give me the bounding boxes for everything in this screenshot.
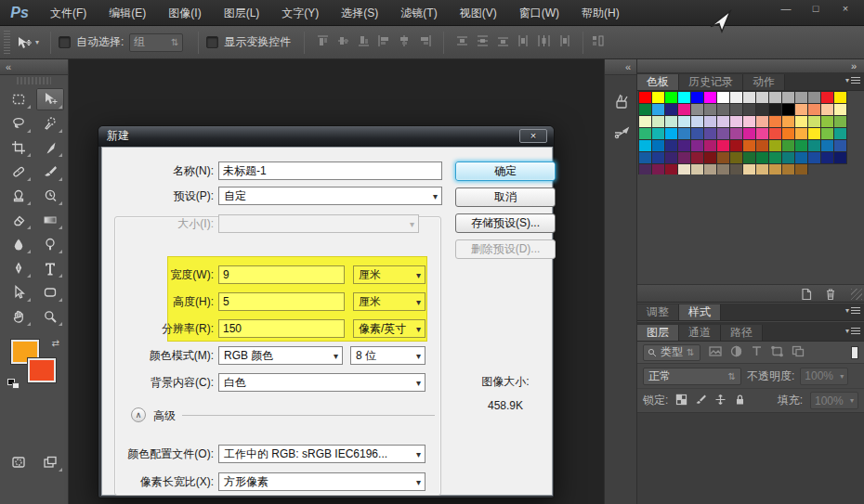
tab-色板[interactable]: 色板: [637, 74, 679, 90]
color-swatch[interactable]: [782, 92, 794, 103]
lock-transparency-icon[interactable]: [675, 394, 687, 408]
color-swatch[interactable]: [730, 92, 742, 103]
color-swatch[interactable]: [834, 128, 846, 139]
color-swatch[interactable]: [665, 92, 677, 103]
name-input[interactable]: [218, 162, 442, 180]
menu-item[interactable]: 帮助(H): [570, 0, 631, 26]
color-swatch[interactable]: [821, 104, 833, 115]
color-swatch[interactable]: [808, 152, 820, 163]
tools-panel-grip[interactable]: [17, 77, 51, 84]
color-swatch[interactable]: [821, 116, 833, 127]
color-swatch[interactable]: [834, 152, 846, 163]
color-swatch[interactable]: [795, 140, 807, 151]
menu-item[interactable]: 文件(F): [39, 0, 98, 26]
color-swatch[interactable]: [795, 152, 807, 163]
spot-healing-brush-tool[interactable]: [5, 161, 33, 183]
color-swatch[interactable]: [717, 140, 729, 151]
fill-dropdown[interactable]: 100% ▾: [810, 392, 858, 409]
align-horizontal-centers-icon[interactable]: [398, 34, 412, 50]
dock-expand-button[interactable]: «: [605, 59, 636, 75]
brush-presets-panel-icon[interactable]: [605, 86, 638, 118]
color-swatch[interactable]: [678, 152, 690, 163]
auto-select-dropdown[interactable]: 组 ⇅: [129, 33, 183, 52]
auto-align-layers-icon[interactable]: [591, 34, 606, 50]
color-swatch[interactable]: [808, 128, 820, 139]
color-swatch[interactable]: [808, 116, 820, 127]
align-right-edges-icon[interactable]: [418, 34, 432, 50]
panel-menu-icon[interactable]: ▾: [845, 327, 860, 335]
tab-图层[interactable]: 图层: [637, 325, 679, 341]
dodge-tool[interactable]: [36, 233, 64, 255]
menu-item[interactable]: 选择(S): [330, 0, 389, 26]
color-swatch[interactable]: [769, 140, 781, 151]
type-tool[interactable]: [36, 257, 64, 279]
color-swatch[interactable]: [743, 152, 755, 163]
ok-button[interactable]: 确定: [455, 162, 556, 181]
resolution-input[interactable]: [218, 319, 345, 338]
color-swatch[interactable]: [743, 140, 755, 151]
height-input[interactable]: [218, 292, 345, 311]
color-swatch[interactable]: [834, 140, 846, 151]
color-swatch[interactable]: [652, 140, 664, 151]
color-swatch[interactable]: [691, 116, 703, 127]
background-color-chip[interactable]: [28, 358, 56, 382]
quick-mask-button[interactable]: [5, 451, 33, 473]
blur-tool[interactable]: [5, 233, 33, 255]
color-swatch[interactable]: [639, 92, 651, 103]
color-swatch[interactable]: [743, 104, 755, 115]
color-swatch[interactable]: [691, 92, 703, 103]
color-swatch[interactable]: [782, 128, 794, 139]
color-swatch[interactable]: [730, 128, 742, 139]
filter-kind-dropdown[interactable]: 类型 ⇅: [643, 344, 700, 361]
distribute-bottom-edges-icon[interactable]: [496, 34, 510, 50]
color-swatch[interactable]: [704, 140, 716, 151]
hand-tool[interactable]: [5, 305, 33, 328]
height-unit-dropdown[interactable]: 厘米: [353, 292, 425, 311]
filter-pixel-layers-icon[interactable]: [709, 345, 722, 360]
size-dropdown[interactable]: [218, 214, 419, 233]
menu-item[interactable]: 图层(L): [213, 0, 271, 26]
color-swatch[interactable]: [717, 116, 729, 127]
color-swatch[interactable]: [639, 104, 651, 115]
gradient-tool[interactable]: [36, 209, 64, 231]
color-swatch[interactable]: [782, 140, 794, 151]
minimize-button[interactable]: —: [773, 2, 799, 17]
color-profile-dropdown[interactable]: 工作中的 RGB: sRGB IEC6196...: [218, 445, 425, 463]
color-swatch[interactable]: [717, 92, 729, 103]
color-swatch[interactable]: [769, 104, 781, 115]
color-swatch[interactable]: [678, 128, 690, 139]
color-swatch[interactable]: [717, 152, 729, 163]
color-swatch[interactable]: [795, 104, 807, 115]
color-swatch[interactable]: [821, 128, 833, 139]
color-swatch[interactable]: [743, 92, 755, 103]
screen-mode-button[interactable]: [36, 451, 64, 473]
color-swatch[interactable]: [704, 152, 716, 163]
color-swatch[interactable]: [821, 140, 833, 151]
current-tool-chip[interactable]: ▾: [16, 35, 39, 50]
panel-menu-icon[interactable]: ▾: [845, 306, 860, 315]
lasso-tool[interactable]: [5, 112, 33, 135]
color-swatch[interactable]: [691, 152, 703, 163]
color-swatch[interactable]: [678, 104, 690, 115]
color-swatch[interactable]: [782, 116, 794, 127]
rounded-rectangle-tool[interactable]: [36, 281, 64, 304]
color-swatch[interactable]: [808, 140, 820, 151]
color-swatch[interactable]: [756, 116, 768, 127]
color-swatch[interactable]: [743, 116, 755, 127]
color-swatch[interactable]: [743, 128, 755, 139]
color-swatch[interactable]: [834, 92, 846, 103]
new-swatch-icon[interactable]: [799, 287, 814, 304]
color-swatch[interactable]: [730, 116, 742, 127]
filter-toggle-switch[interactable]: [851, 346, 858, 359]
color-swatch[interactable]: [782, 152, 794, 163]
color-swatch[interactable]: [769, 116, 781, 127]
panel-menu-icon[interactable]: ▾: [845, 76, 860, 84]
color-swatch[interactable]: [652, 92, 664, 103]
color-swatch[interactable]: [691, 140, 703, 151]
color-mode-dropdown[interactable]: RGB 颜色: [218, 346, 343, 365]
menu-item[interactable]: 滤镜(T): [389, 0, 448, 26]
distribute-vertical-centers-icon[interactable]: [476, 34, 490, 50]
distribute-right-edges-icon[interactable]: [557, 34, 571, 50]
color-swatch[interactable]: [639, 140, 651, 151]
resolution-unit-dropdown[interactable]: 像素/英寸: [353, 319, 425, 338]
